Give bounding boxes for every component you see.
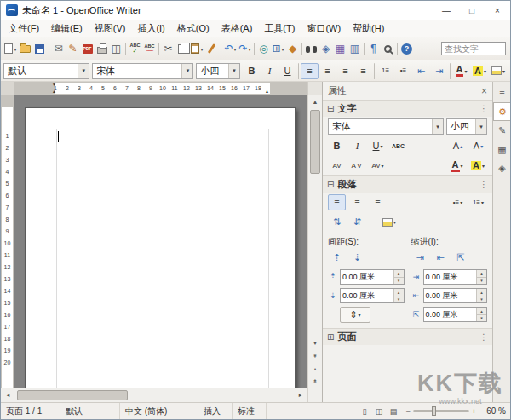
dropdown-arrow-icon[interactable]: ▾ <box>382 163 384 169</box>
spellcheck-icon[interactable]: ABC <box>128 40 142 58</box>
vertical-ruler[interactable]: 1234567891011121314151617181920 <box>1 95 14 388</box>
spacing-below-button[interactable]: ⇣ <box>348 250 366 266</box>
draw-functions-icon[interactable]: ◆ <box>285 40 300 58</box>
zoom-thumb[interactable] <box>432 406 436 416</box>
sidebar-font-color-button[interactable]: A ▾ <box>448 158 466 174</box>
format-paintbrush-icon[interactable] <box>204 40 219 58</box>
horizontal-scrollbar[interactable]: ◂ ▸ <box>1 388 322 402</box>
grow-font-button[interactable]: A <box>449 138 467 154</box>
increase-indent-button[interactable]: ⇥ <box>430 63 448 79</box>
left-indent-marker[interactable]: ▲ <box>52 89 56 94</box>
more-options-icon[interactable]: ⋮ <box>479 104 488 113</box>
expand-icon[interactable]: ⊞ <box>327 333 334 342</box>
sidebar-bold-button[interactable]: B <box>328 138 346 154</box>
page-number-status[interactable]: 页面 1 / 1 <box>1 403 60 419</box>
vertical-scrollbar[interactable]: ▲ ▼ ⇞ • ⇟ <box>307 95 322 388</box>
indent-after-text-field[interactable]: 0.00 厘米 ▴▾ <box>423 288 488 303</box>
export-pdf-icon[interactable]: PDF <box>80 40 95 58</box>
scroll-down-icon[interactable]: ▼ <box>308 337 322 349</box>
paste-icon[interactable]: ▾ <box>190 40 204 58</box>
align-left-button[interactable]: ≡ <box>301 63 319 79</box>
spacing-above-button[interactable]: ⇡ <box>328 250 346 266</box>
auto-spellcheck-icon[interactable]: ABC <box>142 40 157 58</box>
email-icon[interactable]: ✉ <box>51 40 66 58</box>
dropdown-arrow-icon[interactable]: ▾ <box>282 46 284 52</box>
font-size-select[interactable]: 小四 ▾ <box>196 63 240 79</box>
spacing-above-field[interactable]: 0.00 厘米 ▴▾ <box>340 269 405 285</box>
char-spacing-button[interactable]: AV ▾ <box>369 158 387 174</box>
zoom-track[interactable] <box>413 410 469 412</box>
document-canvas[interactable] <box>14 95 307 388</box>
sidebar-font-size-select[interactable]: 小四 ▾ <box>446 118 487 135</box>
right-indent-marker[interactable]: ▲ <box>265 89 269 94</box>
next-page-icon[interactable]: ⇟ <box>308 375 322 388</box>
insert-mode-status[interactable]: 插入 <box>198 403 233 419</box>
numbered-list-button[interactable]: 1≡ <box>376 63 394 79</box>
line-spacing-button[interactable]: ⇕ ▾ <box>340 307 370 323</box>
book-view-icon[interactable]: ▤ <box>387 406 399 417</box>
dropdown-arrow-icon[interactable]: ▾ <box>502 68 505 74</box>
zoom-slider[interactable]: − + <box>405 407 476 416</box>
spinner-down-icon[interactable]: ▾ <box>477 278 486 285</box>
dropdown-arrow-icon[interactable]: ▾ <box>234 46 237 52</box>
maximize-button[interactable]: □ <box>459 1 485 20</box>
copy-icon[interactable] <box>175 40 190 58</box>
hanging-indent-button[interactable]: ⇱ <box>452 250 470 266</box>
decrease-indent-sidebar-button[interactable]: ⇤ <box>432 250 450 266</box>
paragraph-background-button[interactable]: ▾ <box>380 214 399 230</box>
save-icon[interactable] <box>32 40 47 58</box>
dropdown-arrow-icon[interactable]: ▾ <box>464 68 467 74</box>
menu-insert[interactable]: 插入(I) <box>131 20 170 37</box>
dropdown-arrow-icon[interactable]: ▾ <box>482 163 485 169</box>
sidebar-align-center-button[interactable]: ≡ <box>348 194 366 210</box>
data-sources-icon[interactable]: ▥ <box>347 40 362 58</box>
indent-before-text-field[interactable]: 0.00 厘米 ▴▾ <box>423 269 488 285</box>
edit-file-icon[interactable]: ✎ <box>66 40 80 58</box>
sidebar-underline-button[interactable]: U ▾ <box>369 138 387 154</box>
dropdown-arrow-icon[interactable]: ▾ <box>460 199 462 205</box>
help-icon[interactable]: ? <box>399 40 414 58</box>
redo-icon[interactable]: ↷ ▾ <box>238 40 252 58</box>
spinner-up-icon[interactable]: ▴ <box>477 308 486 315</box>
decrease-indent-button[interactable]: ⇤ <box>412 63 430 79</box>
dropdown-arrow-icon[interactable]: ▾ <box>249 46 251 52</box>
new-document-icon[interactable]: ▾ <box>3 40 18 58</box>
zoom-out-icon[interactable]: − <box>405 407 410 416</box>
cut-icon[interactable]: ✂ <box>161 40 175 58</box>
find-text-input[interactable] <box>441 42 506 55</box>
language-status[interactable]: 中文 (简体) <box>120 403 198 419</box>
sidebar-font-name-select[interactable]: 宋体 ▾ <box>328 118 444 135</box>
spinner-up-icon[interactable]: ▴ <box>477 270 486 278</box>
menu-help[interactable]: 帮助(H) <box>347 20 390 37</box>
page-style-status[interactable]: 默认 <box>60 403 120 419</box>
section-paragraph-header[interactable]: ⊟ 段落 ⋮ <box>323 175 492 193</box>
menu-file[interactable]: 文件(F) <box>3 20 45 37</box>
menu-window[interactable]: 窗口(W) <box>301 20 347 37</box>
spinner-down-icon[interactable]: ▾ <box>394 278 404 285</box>
align-justify-button[interactable]: ≡ <box>354 63 372 79</box>
minimize-button[interactable]: — <box>433 1 459 20</box>
close-button[interactable]: × <box>485 1 510 20</box>
menu-edit[interactable]: 编辑(E) <box>45 20 89 37</box>
horizontal-scroll-thumb[interactable] <box>17 390 128 400</box>
previous-page-icon[interactable]: ⇞ <box>308 349 322 362</box>
zoom-icon[interactable] <box>381 40 395 58</box>
close-icon[interactable]: × <box>481 86 487 96</box>
dropdown-arrow-icon[interactable]: ▾ <box>200 46 203 52</box>
dropdown-arrow-icon[interactable]: ▾ <box>380 143 382 149</box>
sidebar-menu-icon[interactable]: ≡ <box>493 83 511 102</box>
scroll-right-icon[interactable]: ▸ <box>293 388 307 402</box>
single-page-view-icon[interactable]: ▯ <box>358 406 370 417</box>
more-options-icon[interactable]: ⋮ <box>479 180 488 189</box>
spacing-below-field[interactable]: 0.00 厘米 ▴▾ <box>340 288 405 303</box>
selection-mode-status[interactable]: 标准 <box>233 403 267 419</box>
menu-format[interactable]: 格式(O) <box>171 20 215 37</box>
sidebar-numbered-list-button[interactable]: 1≡ ▾ <box>469 194 487 210</box>
chevron-down-icon[interactable]: ▾ <box>181 64 192 78</box>
horizontal-scroll-track[interactable] <box>15 388 293 402</box>
italic-button[interactable]: I <box>261 63 278 79</box>
sidebar-bullet-list-button[interactable]: •≡ ▾ <box>449 194 467 210</box>
decrease-paragraph-spacing-button[interactable]: ⇵ <box>348 214 366 230</box>
tab-styles[interactable]: ✎ <box>493 121 511 140</box>
dropdown-arrow-icon[interactable]: ▾ <box>461 163 463 169</box>
